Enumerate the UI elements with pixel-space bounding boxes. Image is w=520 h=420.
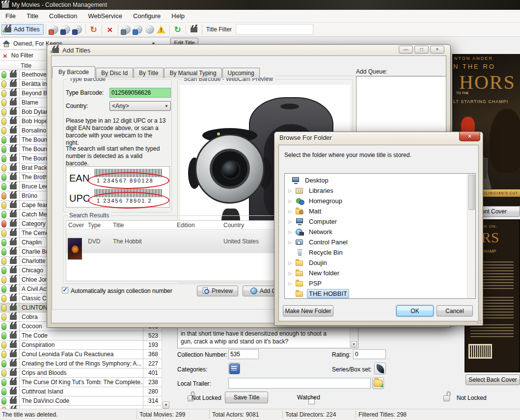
disc-web-icon[interactable] [49,24,59,35]
country-select[interactable]: <Any> ▼ [109,101,171,111]
auto-assign-checkbox[interactable] [62,287,68,293]
menu-item[interactable]: WebService [82,10,128,22]
tab[interactable]: By Manual Typing [164,68,221,78]
tab-strip: By Barcode By Disc Id By Title By Manual… [52,66,260,78]
collection-number-input[interactable] [228,349,259,359]
close-icon[interactable]: × [430,46,444,53]
number-cell: 238 [143,378,160,387]
maximize-button[interactable]: □ [414,46,429,53]
table-row[interactable]: The Curse Of King Tut's Tomb: The Comple… [0,378,162,387]
scroll-down-icon[interactable]: ▼ [351,341,357,347]
rating-input[interactable] [353,349,386,359]
tree-item[interactable]: ▷ Network [285,227,475,237]
local-trailer-input[interactable] [228,378,371,389]
table-row[interactable]: The DaVinci Code 314 [0,396,162,406]
table-row[interactable]: Crips and Bloods 401 [0,368,162,378]
table-row[interactable]: Conul Leonida Fata Cu Reactiunea 368 [0,350,162,359]
tree-scrollbar[interactable] [467,174,475,298]
title-cell: The Curse Of King Tut's Tomb: The Comple… [19,378,143,387]
result-title: The Hobbit [113,238,142,245]
minimize-button[interactable]: — [399,46,413,53]
tab[interactable]: Upcoming [222,68,260,78]
globe-icon [250,288,257,294]
col-type[interactable]: Type [88,222,101,229]
refresh-icon[interactable]: ↻ [88,24,99,35]
warning-icon[interactable] [156,24,167,35]
movie-icon [10,91,17,96]
table-row[interactable]: The Code 523 [0,331,162,341]
movie-icon [10,249,17,255]
tab[interactable]: By Barcode [52,66,95,78]
menu-item[interactable]: Configure [128,10,166,22]
menu-item[interactable]: Title [21,10,44,22]
menu-item[interactable]: Collection [44,10,82,22]
tree-item[interactable]: ▷ Doujin [285,258,475,268]
scroll-down-icon[interactable]: ▼ [163,401,169,409]
expand-icon[interactable]: ▷ [288,230,293,235]
menu-item[interactable]: Help [166,10,190,22]
save-title-button[interactable]: Save Title [225,392,268,403]
expand-icon[interactable]: ▷ [288,281,293,286]
app-root: My Movies - Collection Management File T… [0,0,520,420]
disc-import-icon[interactable] [60,24,71,35]
browse-trailer-button[interactable] [372,377,384,389]
watched-label: Watched [297,394,320,401]
delete-icon[interactable]: × [105,24,115,35]
series-button[interactable] [374,363,386,374]
expand-icon[interactable]: ▷ [288,188,293,193]
tree-item[interactable]: ▷ Control Panel [285,237,475,247]
movie-icon [10,361,17,367]
select-back-cover-button[interactable]: Select Back Cover [465,374,520,385]
disc-play-icon[interactable] [121,24,132,35]
tree-item[interactable]: ▷ New folder [285,268,475,278]
disc-export-icon[interactable] [72,24,83,35]
disc-user-icon[interactable] [133,24,143,35]
tree-item[interactable]: ▷ Computer [285,216,475,227]
status-pill [1,360,6,368]
tab[interactable]: By Disc Id [96,68,133,78]
table-row[interactable]: Conspiration 193 [0,341,162,350]
expand-icon[interactable]: ▷ [288,199,293,204]
barcode-input[interactable] [109,88,171,98]
clapper-icon[interactable] [189,24,199,35]
disc-copy-icon[interactable] [144,24,155,35]
movie-icon [10,100,17,105]
close-icon[interactable]: × [459,132,480,141]
table-row[interactable]: Cutthroat Island 280 [0,387,162,396]
expand-icon[interactable]: ▷ [288,271,293,276]
resize-grip[interactable] [476,319,481,324]
lock-icon[interactable] [443,391,452,402]
type-barcode-label: Type Barcode: [66,89,104,96]
dialog-title: Browse For Folder [279,134,332,141]
add-titles-button[interactable]: Add Titles [1,24,44,35]
cancel-button[interactable]: Cancel [437,305,473,316]
title-filter-input[interactable] [236,24,313,35]
preview-button[interactable]: Preview [197,286,238,296]
make-new-folder-button[interactable]: Make New Folder [283,305,333,316]
table-row[interactable]: Creating the Lord of the Rings Symphony:… [0,359,162,368]
toolbar-separator [169,25,170,34]
expand-icon[interactable]: ▷ [288,219,293,224]
tree-item[interactable]: ▷ Recycle Bin [285,247,475,258]
categories-button[interactable] [228,363,240,374]
expand-icon[interactable]: ▷ [288,240,293,245]
categories-icon [229,364,240,374]
sync-icon[interactable]: ↻ [172,24,183,35]
tree-item[interactable]: ▷ Homegroup [285,196,475,206]
expand-icon[interactable]: ▷ [288,261,293,265]
movie-icon [10,212,17,217]
col-edition[interactable]: Edition [177,222,195,229]
tree-item[interactable]: ▷ Desktop [285,175,475,185]
col-cover[interactable]: Cover [68,222,84,229]
tab[interactable]: By Title [134,68,164,78]
tree-item[interactable]: ▷ THE HOBBIT [285,289,475,299]
tree-item[interactable]: ▷ Matt [285,206,475,216]
col-country[interactable]: Country [223,222,244,229]
tree-item[interactable]: ▷ PSP [285,278,475,289]
col-title[interactable]: Title [113,222,124,229]
expand-icon[interactable]: ▷ [288,209,293,214]
ok-button[interactable]: OK [396,305,434,316]
tree-item[interactable]: ▷ Libraries [285,185,475,196]
menu-item[interactable]: File [0,10,21,22]
scrollbar-thumb[interactable] [468,175,475,210]
